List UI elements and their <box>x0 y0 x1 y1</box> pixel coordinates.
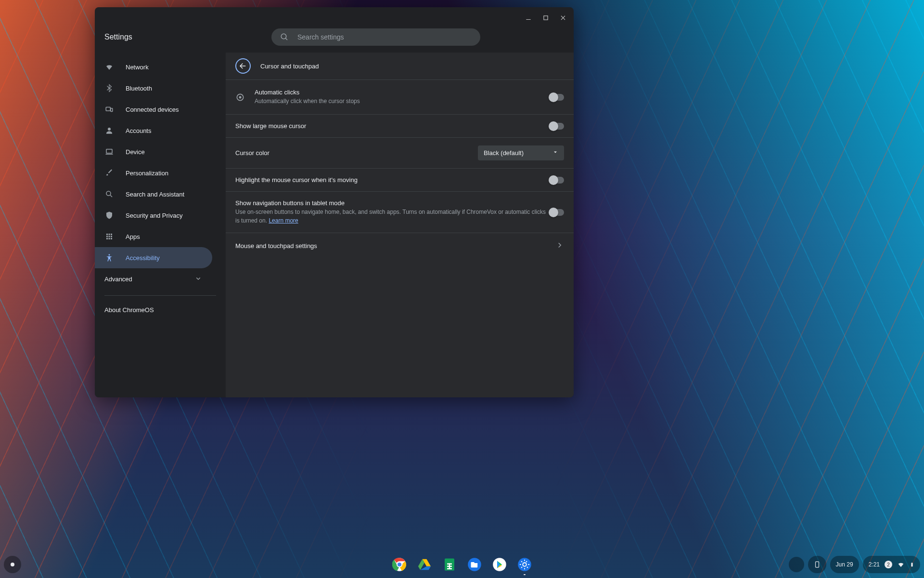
time-text: 2:21 <box>869 561 880 568</box>
divider <box>104 295 216 296</box>
search-box[interactable] <box>271 28 480 46</box>
sidebar-item-label: About ChromeOS <box>104 306 154 314</box>
maximize-icon <box>542 14 549 21</box>
sidebar-item-label: Apps <box>126 233 140 240</box>
svg-point-4 <box>108 128 111 131</box>
sidebar-item-network[interactable]: Network <box>95 56 212 78</box>
close-button[interactable] <box>556 11 570 25</box>
learn-more-link[interactable]: Learn more <box>269 217 298 224</box>
svg-rect-8 <box>109 234 110 235</box>
svg-rect-3 <box>111 108 113 112</box>
sidebar-item-label: Accounts <box>126 127 151 134</box>
svg-rect-5 <box>106 149 112 153</box>
toggle-highlight-cursor[interactable] <box>550 177 564 184</box>
search-input[interactable] <box>297 33 472 41</box>
row-cursor-color: Cursor color Black (default) <box>226 138 574 169</box>
play-store-icon[interactable] <box>492 557 507 572</box>
launcher-icon <box>11 563 14 566</box>
sidebar-item-accessibility[interactable]: Accessibility <box>95 247 212 268</box>
row-title: Show large mouse cursor <box>235 122 550 130</box>
back-button[interactable] <box>235 58 251 74</box>
svg-point-16 <box>109 254 110 256</box>
status-tray[interactable]: 2:21 2 <box>863 556 920 573</box>
svg-point-18 <box>239 96 242 98</box>
minimize-icon <box>525 14 532 21</box>
sidebar-item-personalization[interactable]: Personalization <box>95 162 212 184</box>
settings-window: Settings Network Bluetooth Connected dev… <box>95 7 574 397</box>
sidebar-item-about[interactable]: About ChromeOS <box>95 302 226 318</box>
holding-space[interactable] <box>789 557 804 572</box>
row-title: Cursor color <box>235 149 478 157</box>
close-icon <box>560 14 566 21</box>
row-title: Automatic clicks <box>255 89 550 96</box>
files-icon[interactable] <box>467 557 482 572</box>
minimize-button[interactable] <box>522 11 535 25</box>
window-body: Network Bluetooth Connected devices Acco… <box>95 53 574 397</box>
wifi-icon <box>897 561 905 568</box>
page-header: Cursor and touchpad <box>226 53 574 80</box>
launcher-button[interactable] <box>4 556 21 573</box>
chrome-icon[interactable] <box>392 557 407 572</box>
maximize-button[interactable] <box>539 11 552 25</box>
bluetooth-icon <box>104 83 114 93</box>
shelf-status: Jun 29 2:21 2 <box>789 556 920 573</box>
chevron-down-icon <box>194 274 203 284</box>
sidebar-item-advanced[interactable]: Advanced <box>95 268 212 289</box>
wifi-icon <box>104 62 114 72</box>
svg-rect-9 <box>111 234 112 235</box>
brush-icon <box>104 168 114 178</box>
svg-rect-13 <box>106 238 108 239</box>
settings-icon[interactable] <box>517 557 532 572</box>
row-title: Mouse and touchpad settings <box>235 242 555 250</box>
svg-rect-12 <box>111 236 112 237</box>
sidebar-item-search-assistant[interactable]: Search and Assistant <box>95 184 212 205</box>
sidebar-item-bluetooth[interactable]: Bluetooth <box>95 78 212 99</box>
accessibility-icon <box>104 253 114 263</box>
row-title: Highlight the mouse cursor when it's mov… <box>235 176 550 184</box>
sidebar-item-label: Device <box>126 148 145 156</box>
cursor-color-select[interactable]: Black (default) <box>478 145 564 160</box>
svg-point-21 <box>397 562 402 567</box>
svg-rect-15 <box>111 238 112 239</box>
notification-badge: 2 <box>885 561 892 568</box>
svg-rect-28 <box>815 562 819 567</box>
sheets-icon[interactable] <box>442 557 457 572</box>
content-area: Cursor and touchpad Automatic clicks Aut… <box>226 53 574 397</box>
sidebar-item-label: Personalization <box>126 170 168 177</box>
row-subtitle: Automatically click when the cursor stop… <box>255 97 550 105</box>
svg-rect-7 <box>106 234 108 235</box>
drive-icon[interactable] <box>417 557 432 572</box>
sidebar: Network Bluetooth Connected devices Acco… <box>95 53 226 397</box>
select-value: Black (default) <box>484 149 524 157</box>
shelf: Jun 29 2:21 2 <box>0 551 924 578</box>
sidebar-item-accounts[interactable]: Accounts <box>95 120 212 141</box>
toggle-nav-buttons[interactable] <box>550 209 564 216</box>
calendar-button[interactable]: Jun 29 <box>830 556 859 573</box>
sidebar-item-connected-devices[interactable]: Connected devices <box>95 99 212 120</box>
sidebar-item-security-privacy[interactable]: Security and Privacy <box>95 205 212 226</box>
sidebar-item-apps[interactable]: Apps <box>95 226 212 247</box>
sidebar-item-label: Connected devices <box>126 106 179 113</box>
chevron-right-icon <box>555 241 564 251</box>
toggle-automatic-clicks[interactable] <box>550 94 564 101</box>
titlebar <box>95 7 574 28</box>
svg-point-1 <box>281 34 286 39</box>
shelf-apps <box>392 557 532 572</box>
search-icon <box>104 189 114 199</box>
app-title: Settings <box>104 33 261 41</box>
arrow-left-icon <box>239 62 247 70</box>
sidebar-item-device[interactable]: Device <box>95 141 212 162</box>
battery-icon <box>910 561 914 568</box>
phone-hub-button[interactable] <box>808 556 826 573</box>
apps-icon <box>104 232 114 241</box>
person-icon <box>104 126 114 135</box>
svg-rect-0 <box>544 16 548 20</box>
toggle-large-cursor[interactable] <box>550 123 564 130</box>
sidebar-item-label: Accessibility <box>126 254 160 262</box>
row-large-cursor: Show large mouse cursor <box>226 115 574 138</box>
row-mouse-touchpad-settings[interactable]: Mouse and touchpad settings <box>226 233 574 259</box>
row-nav-buttons: Show navigation buttons in tablet mode U… <box>226 192 574 233</box>
shield-icon <box>104 210 114 220</box>
sidebar-item-label: Search and Assistant <box>126 191 184 198</box>
sidebar-item-label: Bluetooth <box>126 85 152 92</box>
